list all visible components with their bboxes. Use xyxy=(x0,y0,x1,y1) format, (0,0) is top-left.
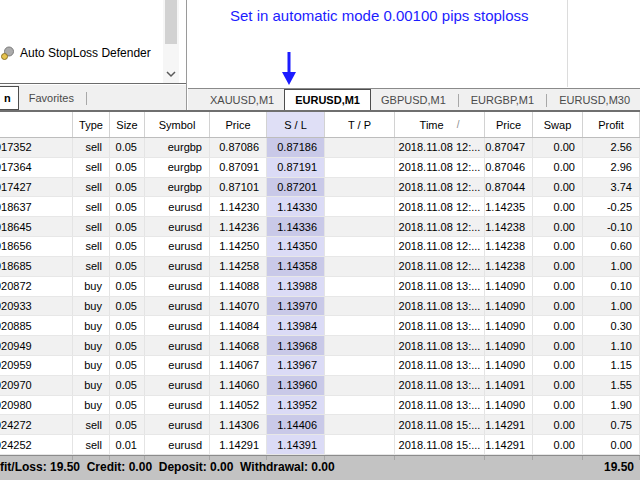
table-row[interactable]: 920980buy0.05eurusd1.140521.139522018.11… xyxy=(0,396,640,416)
header-current-price[interactable]: Price xyxy=(485,112,533,137)
terminal-trade-panel: Type Size Symbol Price S / L T / P Time … xyxy=(0,110,640,455)
profit-cell: 2.96 xyxy=(583,158,640,177)
table-row[interactable]: 920970buy0.05eurusd1.140601.139602018.11… xyxy=(0,376,640,396)
stop-loss-cell: 1.13960 xyxy=(267,376,325,395)
header-take-profit[interactable]: T / P xyxy=(325,112,395,137)
chart-tab-eurgbp-m1[interactable]: EURGBP,M1 xyxy=(461,89,544,111)
table-row[interactable]: 924272sell0.05eurusd1.143061.144062018.1… xyxy=(0,415,640,435)
current-price-cell: 0.87047 xyxy=(485,138,533,157)
order-cell: 918685 xyxy=(0,257,73,276)
table-row[interactable]: 924252sell0.01eurusd1.142911.143912018.1… xyxy=(0,435,640,455)
navigator-panel: Auto StopLoss Defender xyxy=(0,0,186,84)
chart-tab-xauusd-m1[interactable]: XAUUSD,M1 xyxy=(200,89,284,111)
chart-tab-eurusd-m30[interactable]: EURUSD,M30 xyxy=(549,89,640,111)
scroll-down-icon[interactable] xyxy=(165,68,177,80)
header-order[interactable] xyxy=(0,112,73,137)
profit-cell: 2.56 xyxy=(583,138,640,157)
time-cell: 2018.11.08 13:... xyxy=(395,356,485,375)
type-cell: buy xyxy=(73,336,110,355)
current-price-cell: 1.14238 xyxy=(485,237,533,256)
ea-comment-text: Set in automatic mode 0.00100 pips stopl… xyxy=(230,7,529,24)
chart-tab-label: GBPUSD,M1 xyxy=(381,94,446,106)
stop-loss-cell: 1.13967 xyxy=(267,356,325,375)
stop-loss-cell: 1.14336 xyxy=(267,217,325,236)
table-row[interactable]: 920959buy0.05eurusd1.140671.139672018.11… xyxy=(0,356,640,376)
navigator-tab-favorites[interactable]: Favorites xyxy=(19,85,84,111)
table-row[interactable]: 920885buy0.05eurusd1.140841.139842018.11… xyxy=(0,316,640,336)
take-profit-cell xyxy=(325,316,395,335)
current-price-cell: 1.14090 xyxy=(485,336,533,355)
take-profit-cell xyxy=(325,158,395,177)
stop-loss-cell: 1.14391 xyxy=(267,435,325,454)
header-type[interactable]: Type xyxy=(73,112,110,137)
header-profit[interactable]: Profit xyxy=(583,112,640,137)
current-price-cell: 1.14291 xyxy=(485,415,533,434)
type-cell: buy xyxy=(73,376,110,395)
table-row[interactable]: 918685sell0.05eurusd1.142581.143582018.1… xyxy=(0,257,640,277)
header-time[interactable]: Time / xyxy=(395,112,485,137)
status-bar: fit/Loss: 19.50 Credit: 0.00 Deposit: 0.… xyxy=(0,455,640,480)
profit-cell: 1.55 xyxy=(583,376,640,395)
header-size[interactable]: Size xyxy=(110,112,145,137)
table-row[interactable]: 918645sell0.05eurusd1.142361.143362018.1… xyxy=(0,217,640,237)
down-arrow-icon xyxy=(281,52,297,86)
mt4-terminal-window: Auto StopLoss Defender n Favorites Se xyxy=(0,0,640,480)
type-cell: buy xyxy=(73,297,110,316)
table-row[interactable]: 920933buy0.05eurusd1.140701.139702018.11… xyxy=(0,297,640,317)
navigator-tab-common[interactable]: n xyxy=(0,86,19,110)
profit-cell: 1.00 xyxy=(583,257,640,276)
take-profit-cell xyxy=(325,376,395,395)
table-row[interactable]: 918637sell0.05eurusd1.142301.143302018.1… xyxy=(0,197,640,217)
type-cell: sell xyxy=(73,178,110,197)
navigator-item-auto-stoploss-defender[interactable]: Auto StopLoss Defender xyxy=(0,44,151,62)
stop-loss-cell: 1.13984 xyxy=(267,316,325,335)
header-symbol[interactable]: Symbol xyxy=(145,112,210,137)
symbol-cell: eurusd xyxy=(145,297,210,316)
navigator-scrollbar[interactable] xyxy=(163,0,179,84)
size-cell: 0.05 xyxy=(110,257,145,276)
table-row[interactable]: 917364sell0.05eurgbp0.870910.871912018.1… xyxy=(0,158,640,178)
order-cell: 920933 xyxy=(0,297,73,316)
type-cell: buy xyxy=(73,316,110,335)
scrollbar-thumb[interactable] xyxy=(165,0,177,44)
current-price-cell: 1.14090 xyxy=(485,316,533,335)
take-profit-cell xyxy=(325,336,395,355)
open-price-cell: 1.14088 xyxy=(210,277,267,296)
time-cell: 2018.11.08 13:... xyxy=(395,316,485,335)
size-cell: 0.05 xyxy=(110,277,145,296)
navigator-column: Auto StopLoss Defender n Favorites xyxy=(0,0,187,111)
stop-loss-cell: 1.14358 xyxy=(267,257,325,276)
chart-tab-gbpusd-m1[interactable]: GBPUSD,M1 xyxy=(371,89,456,111)
symbol-cell: eurusd xyxy=(145,237,210,256)
swap-cell: 0.00 xyxy=(533,435,583,454)
table-row[interactable]: 920949buy0.05eurusd1.140681.139682018.11… xyxy=(0,336,640,356)
header-swap[interactable]: Swap xyxy=(533,112,583,137)
open-price-cell: 1.14250 xyxy=(210,237,267,256)
table-row[interactable]: 917427sell0.05eurgbp0.871010.872012018.1… xyxy=(0,178,640,198)
time-cell: 2018.11.08 13:... xyxy=(395,376,485,395)
swap-cell: 0.00 xyxy=(533,138,583,157)
header-stop-loss[interactable]: S / L xyxy=(267,112,325,137)
order-cell: 917427 xyxy=(0,178,73,197)
stop-loss-cell: 1.13970 xyxy=(267,297,325,316)
size-cell: 0.05 xyxy=(110,316,145,335)
header-open-price[interactable]: Price xyxy=(210,112,267,137)
swap-cell: 0.00 xyxy=(533,336,583,355)
swap-cell: 0.00 xyxy=(533,316,583,335)
type-cell: sell xyxy=(73,217,110,236)
current-price-cell: 1.14091 xyxy=(485,376,533,395)
order-cell: 918656 xyxy=(0,237,73,256)
table-row[interactable]: 920872buy0.05eurusd1.140881.139882018.11… xyxy=(0,277,640,297)
table-row[interactable]: 918656sell0.05eurusd1.142501.143502018.1… xyxy=(0,237,640,257)
chart-tab-eurusd-m1[interactable]: EURUSD,M1 xyxy=(284,89,371,111)
swap-cell: 0.00 xyxy=(533,158,583,177)
status-tick xyxy=(533,456,583,460)
size-cell: 0.05 xyxy=(110,376,145,395)
stop-loss-cell: 0.87191 xyxy=(267,158,325,177)
table-row[interactable]: 917352sell0.05eurgbp0.870860.871862018.1… xyxy=(0,138,640,158)
type-cell: buy xyxy=(73,356,110,375)
swap-cell: 0.00 xyxy=(533,396,583,415)
swap-cell: 0.00 xyxy=(533,356,583,375)
open-price-cell: 1.14060 xyxy=(210,376,267,395)
time-cell: 2018.11.08 13:... xyxy=(395,297,485,316)
